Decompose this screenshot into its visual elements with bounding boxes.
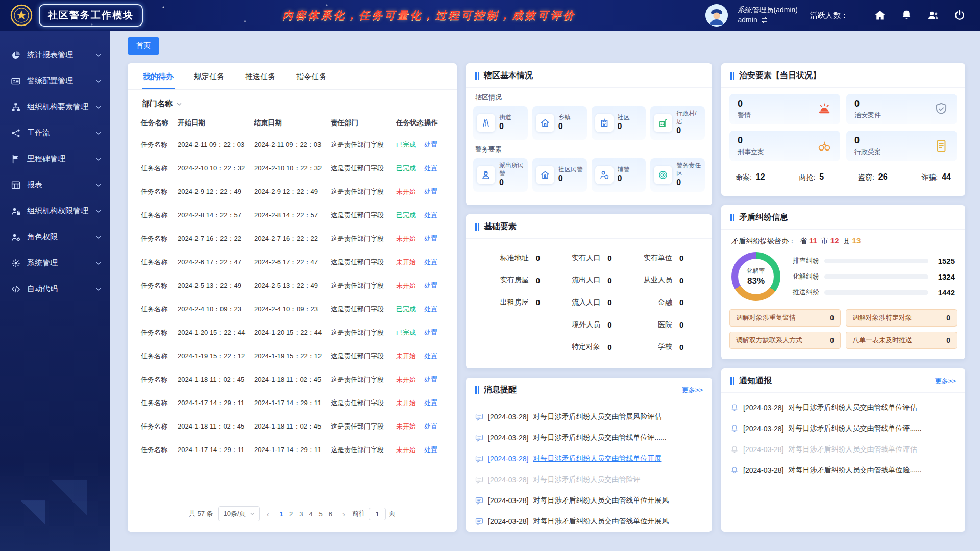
stat-criminal-cases[interactable]: 0刑事立案 (729, 131, 840, 161)
tab-regulated-tasks[interactable]: 规定任务 (193, 63, 226, 89)
task-handle-link[interactable]: 处置 (424, 328, 446, 337)
bar-value: 1324 (934, 272, 955, 281)
village-building-icon (654, 114, 672, 132)
stat-alerts[interactable]: 0警情 (729, 94, 840, 124)
sidebar-item-org-permission[interactable]: 组织机构权限管理 (0, 198, 110, 224)
avatar[interactable] (705, 4, 728, 27)
mediation-stat-button[interactable]: 调解对象涉重复警情 0 (729, 309, 841, 327)
task-start-date: 2024-1-19 15：22：12 (178, 352, 254, 361)
task-handle-link[interactable]: 处置 (424, 140, 446, 149)
pagination: 共 57 条 10条/页 ‹ 1 2 3 4 5 6 › 前往 页 (128, 499, 457, 532)
task-handle-link[interactable]: 处置 (424, 164, 446, 173)
todo-panel: 我的待办 规定任务 推送任务 指令任务 部门名称 任务名称 开始日期 结束日期 … (128, 63, 457, 532)
list-item[interactable]: [2024-03-28] 对每日涉矛盾纠纷人员交由管线单位评估 (730, 439, 956, 460)
list-item[interactable]: [2024-03-28] 对每日涉矛盾纠纷人员交由管展风险评估 (475, 406, 703, 427)
task-handle-link[interactable]: 处置 (424, 445, 446, 455)
stat-town[interactable]: 乡镇0 (532, 106, 587, 140)
message-date: [2024-03-28] (488, 496, 528, 505)
tab-pushed-tasks[interactable]: 推送任务 (244, 63, 277, 89)
mediation-stat-button[interactable]: 八单一表未及时推送 0 (846, 332, 957, 349)
goto-page-input[interactable] (369, 508, 386, 520)
task-start-date: 2024-2-5 13：22：49 (178, 281, 254, 290)
sidebar-item-auto-code[interactable]: 自动代码 (0, 276, 110, 302)
list-item[interactable]: [2024-03-28] 对每日涉矛盾纠纷人员交由管线单位评估 (730, 397, 956, 418)
sidebar: 统计报表管理 警综配置管理 组织机构要素管理 工作流 里程碑管理 报表 (0, 31, 110, 551)
stat-village[interactable]: 行政村/居0 (650, 106, 705, 140)
messages-more-link[interactable]: 更多>> (682, 386, 703, 395)
prev-page-button[interactable]: ‹ (265, 510, 272, 518)
task-name: 任务名称 (141, 211, 178, 220)
list-item[interactable]: [2024-03-28] 对每日涉矛盾纠纷人员交由管线单位评...... (730, 418, 956, 439)
home-icon[interactable] (874, 9, 886, 21)
task-handle-link[interactable]: 处置 (424, 422, 446, 431)
list-item[interactable]: [2024-03-28] 对每日涉矛盾纠纷人员交由管线单位开展风 (475, 511, 703, 532)
message-text: 对每日涉矛盾纠纷人员交由管线单位开展风 (533, 496, 669, 505)
chevron-down-icon (95, 208, 102, 214)
task-handle-link[interactable]: 处置 (424, 305, 446, 314)
tab-my-todo[interactable]: 我的待办 (142, 63, 175, 89)
switch-user-icon[interactable] (761, 16, 768, 24)
task-department: 这是责任部门字段 (331, 375, 396, 384)
task-handle-link[interactable]: 处置 (424, 352, 446, 361)
contacts-icon[interactable] (927, 9, 939, 21)
task-handle-link[interactable]: 处置 (424, 187, 446, 196)
bell-icon[interactable] (900, 9, 913, 21)
stat-community-police[interactable]: 社区民警0 (532, 158, 587, 192)
task-department: 这是责任部门字段 (331, 352, 396, 361)
sidebar-item-stats-report[interactable]: 统计报表管理 (0, 42, 110, 68)
next-page-button[interactable]: › (340, 510, 347, 518)
task-handle-link[interactable]: 处置 (424, 375, 446, 384)
sidebar-item-police-config[interactable]: 警综配置管理 (0, 68, 110, 94)
workflow-icon (11, 129, 20, 138)
sidebar-item-milestone[interactable]: 里程碑管理 (0, 146, 110, 172)
stat-public-security-cases[interactable]: 0治安案件 (846, 94, 957, 124)
id-card-icon (11, 77, 20, 86)
right-column: 治安要素【当日状况】 0警情 0治安案件 0刑事立案 (721, 63, 965, 532)
power-icon[interactable] (953, 9, 966, 21)
page-number[interactable]: 4 (306, 510, 315, 518)
sidebar-menu: 统计报表管理 警综配置管理 组织机构要素管理 工作流 里程碑管理 报表 (0, 31, 110, 302)
sidebar-item-system[interactable]: 系统管理 (0, 250, 110, 276)
task-handle-link[interactable]: 处置 (424, 234, 446, 243)
handcuffs-icon (817, 138, 832, 154)
brand: 社区警务工作模块 (0, 4, 153, 27)
stat-community[interactable]: 社区0 (592, 106, 646, 140)
bar-track (824, 274, 928, 279)
tab-command-tasks[interactable]: 指令任务 (295, 63, 328, 89)
task-handle-link[interactable]: 处置 (424, 211, 446, 220)
mediation-stat-button[interactable]: 调解对象涉特定对象 0 (846, 309, 957, 327)
page-number[interactable]: 5 (316, 510, 326, 518)
sidebar-item-workflow[interactable]: 工作流 (0, 120, 110, 146)
chat-bubble-icon (475, 496, 483, 505)
stat-aux-police[interactable]: 辅警0 (592, 158, 646, 192)
stat-street[interactable]: 街道0 (473, 106, 528, 140)
sidebar-item-role-permission[interactable]: 角色权限 (0, 224, 110, 250)
notices-more-link[interactable]: 更多>> (935, 377, 956, 386)
page-number[interactable]: 3 (296, 510, 306, 518)
page-number[interactable]: 2 (286, 510, 296, 518)
list-item[interactable]: [2024-03-28] 对每日涉矛盾纠纷人员交由管线单位险...... (730, 460, 956, 481)
table-row: 任务名称 2024-1-18 11：02：45 2024-1-18 11：02：… (141, 415, 444, 438)
stat-administrative-cases[interactable]: 0行政受案 (846, 131, 957, 161)
sidebar-item-org-elements[interactable]: 组织机构要素管理 (0, 94, 110, 120)
sidebar-item-report[interactable]: 报表 (0, 172, 110, 198)
page-number[interactable]: 1 (277, 510, 286, 518)
department-filter[interactable]: 部门名称 (128, 90, 457, 113)
list-item[interactable]: [2024-03-28] 对每日涉矛盾纠纷人员交由管线单位评...... (475, 427, 703, 448)
stat-station-police[interactable]: 派出所民警0 (473, 158, 528, 192)
list-item[interactable]: [2024-03-28] 对每日涉矛盾纠纷人员交由管线单位开展风 (475, 490, 703, 511)
list-item[interactable]: [2024-03-28] 对每日涉矛盾纠纷人员交由管线单位开展 (475, 448, 703, 469)
tab-home[interactable]: 首页 (128, 37, 159, 55)
task-start-date: 2024-2-6 17：22：47 (178, 258, 254, 267)
task-handle-link[interactable]: 处置 (424, 281, 446, 290)
active-users-label: 活跃人数： (810, 11, 848, 20)
mediation-stat-button[interactable]: 调解双方缺联系人方式 0 (729, 332, 841, 349)
page-number[interactable]: 6 (326, 510, 335, 518)
page-size-select[interactable]: 10条/页 (218, 506, 260, 521)
list-item[interactable]: [2024-03-28] 对每日涉矛盾纠纷人员交由管险评 (475, 469, 703, 490)
task-handle-link[interactable]: 处置 (424, 258, 446, 267)
username: admin (738, 15, 757, 26)
task-handle-link[interactable]: 处置 (424, 398, 446, 408)
road-icon (477, 114, 495, 132)
stat-duty-area[interactable]: 警务责任区0 (650, 158, 705, 192)
